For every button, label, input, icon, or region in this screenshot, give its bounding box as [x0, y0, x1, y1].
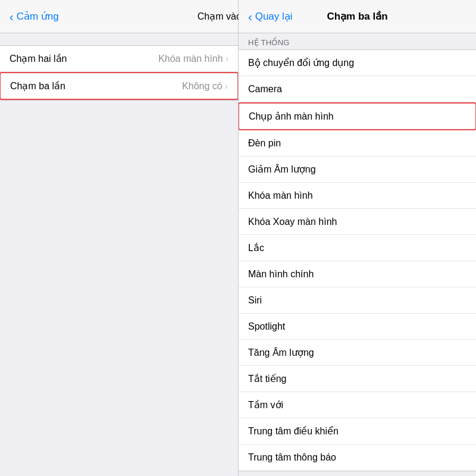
left-back-label: Cảm ứng — [17, 10, 59, 23]
left-nav-header: ‹ Cảm ứng Chạm vào mặt sau — [0, 0, 238, 33]
list-item[interactable]: Tăng Âm lượng — [239, 340, 476, 366]
list-item[interactable]: Giảm Âm lượng — [239, 156, 476, 183]
triple-tap-row[interactable]: Chạm ba lần Không có › — [0, 72, 239, 100]
right-list-container: HỆ THỐNG Bộ chuyển đổi ứng dụngCameraChụ… — [239, 33, 476, 476]
double-tap-label: Chạm hai lần — [10, 53, 67, 64]
double-tap-chevron-icon: › — [226, 54, 228, 64]
list-item[interactable]: Tầm với — [239, 392, 476, 418]
triple-tap-chevron-icon: › — [225, 81, 228, 92]
list-item[interactable]: Chụp ảnh màn hình — [239, 102, 476, 130]
left-back-chevron-icon: ‹ — [10, 11, 14, 23]
right-back-chevron-icon: ‹ — [248, 11, 252, 23]
list-item[interactable]: Tắt tiếng — [239, 366, 476, 392]
list-item[interactable]: Trung tâm thông báo — [239, 444, 476, 471]
list-item[interactable]: Siri — [239, 287, 476, 314]
double-tap-value-container: Khóa màn hình › — [158, 54, 228, 64]
list-item[interactable]: Trung tâm điều khiển — [239, 418, 476, 444]
double-tap-value: Khóa màn hình — [158, 54, 223, 64]
left-panel: ‹ Cảm ứng Chạm vào mặt sau Chạm hai lần … — [0, 0, 238, 476]
list-item[interactable]: Đèn pin — [239, 130, 476, 156]
list-item[interactable]: Bộ chuyển đổi ứng dụng — [239, 50, 476, 76]
list-item[interactable]: Lắc — [239, 235, 476, 261]
list-item[interactable]: Spotlight — [239, 314, 476, 340]
left-content: Chạm hai lần Khóa màn hình › Chạm ba lần… — [0, 33, 238, 476]
triple-tap-value-container: Không có › — [182, 81, 228, 92]
list-item[interactable]: Camera — [239, 76, 476, 102]
left-back-button[interactable]: ‹ Cảm ứng — [10, 10, 59, 23]
list-item[interactable]: Khóa Xoay màn hình — [239, 209, 476, 235]
triple-tap-label: Chạm ba lần — [10, 80, 65, 92]
list-item[interactable]: Màn hình chính — [239, 261, 476, 287]
left-settings-group: Chạm hai lần Khóa màn hình › Chạm ba lần… — [0, 45, 238, 101]
list-item[interactable]: Khóa màn hình — [239, 183, 476, 209]
right-back-label: Quay lại — [255, 10, 293, 23]
section-header: HỆ THỐNG — [239, 33, 476, 49]
right-back-button[interactable]: ‹ Quay lại — [248, 10, 293, 23]
right-panel: ‹ Quay lại Chạm ba lần HỆ THỐNG Bộ chuyể… — [238, 0, 476, 476]
triple-tap-value: Không có — [182, 81, 223, 92]
right-page-title: Chạm ba lần — [327, 10, 387, 23]
right-list-group: Bộ chuyển đổi ứng dụngCameraChụp ảnh màn… — [239, 49, 476, 471]
right-nav-header: ‹ Quay lại Chạm ba lần — [239, 0, 476, 33]
double-tap-row[interactable]: Chạm hai lần Khóa màn hình › — [0, 46, 238, 72]
